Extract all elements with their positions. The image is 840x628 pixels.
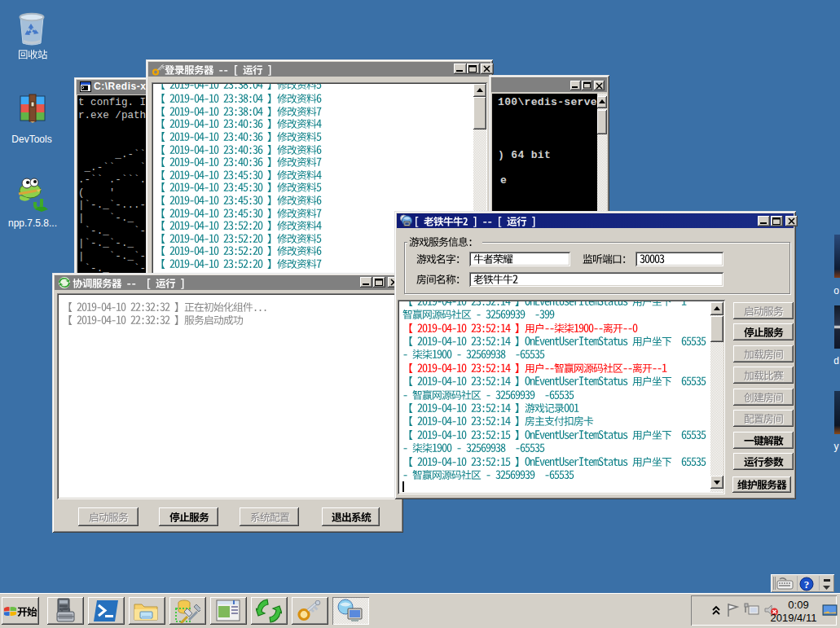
svg-text:?: ? — [804, 578, 810, 591]
